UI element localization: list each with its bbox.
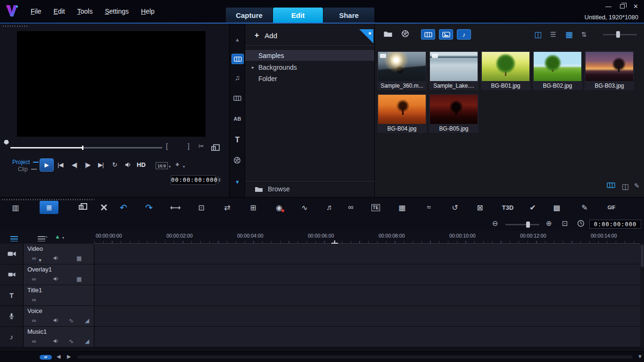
panel-grip[interactable] (3, 25, 27, 27)
scrub-home-marker[interactable] (4, 140, 9, 145)
video-track-content[interactable] (94, 244, 640, 264)
library-folder-folder[interactable]: Folder (245, 73, 374, 84)
graphics-category-icon[interactable] (233, 156, 241, 164)
ripple-edit-button[interactable]: ⇄ (221, 201, 234, 214)
title-category-icon[interactable]: T (230, 136, 245, 144)
toolbar-grip[interactable] (2, 199, 94, 200)
preview-screen[interactable] (17, 31, 206, 137)
link-icon[interactable]: ∞ (32, 296, 36, 303)
overlay-track-type-button[interactable] (0, 264, 24, 285)
menu-settings[interactable]: Settings (99, 8, 135, 15)
instant-project-icon[interactable] (233, 95, 241, 101)
scroll-up-icon[interactable]: ▲ (230, 37, 245, 42)
add-track-icon[interactable]: + (38, 235, 48, 243)
split-pane-icon[interactable]: ◫ (622, 182, 629, 191)
title-track-type-button[interactable]: T (0, 285, 24, 305)
wave-editor-button[interactable]: ≈ (422, 201, 436, 214)
scroll-left-icon[interactable]: ◀ (57, 354, 60, 360)
link-icon[interactable]: ∞ (32, 255, 36, 262)
link-icon[interactable]: ∞ (32, 317, 36, 324)
aspect-ratio-select[interactable]: 16:9 (156, 162, 168, 169)
track-insert-button[interactable]: ⊞ (247, 201, 260, 214)
scroll-right-icon[interactable]: ▶ (67, 354, 71, 360)
enlarge-preview-icon[interactable] (211, 146, 216, 151)
link-clips-button[interactable]: ∞ (344, 201, 357, 214)
pointer-caret-icon[interactable]: ▾ (183, 165, 185, 169)
filter-audio-button[interactable]: ♪ (457, 29, 471, 40)
trim-markers-button[interactable]: ⟷ (169, 201, 182, 214)
timeline-ruler[interactable]: 00:00:00:00 00:00:02:00 00:00:04:00 00:0… (94, 231, 640, 244)
close-button[interactable]: ✕ (633, 3, 638, 10)
multicam-editor-button[interactable]: ▦ (396, 201, 409, 214)
sort-button[interactable]: ⇅ (581, 31, 587, 38)
zoom-slider-handle[interactable] (616, 31, 620, 38)
sound-mixer-button[interactable]: ∿ (298, 201, 311, 214)
screen-capture-button[interactable]: ◉ (272, 201, 286, 214)
horizontal-scroll-track[interactable] (77, 355, 633, 359)
overlay-track-content[interactable] (94, 264, 640, 285)
timeline-view-button[interactable]: ≣ (40, 201, 58, 214)
panes-view-button[interactable]: ◫ (534, 30, 542, 40)
mute-icon[interactable] (53, 276, 59, 282)
split-clip-icon[interactable]: ✂ (198, 142, 204, 150)
music-track-header[interactable]: Music1 ∞ ∿ ◢ (24, 327, 94, 347)
go-home-button[interactable]: |◀ (58, 161, 63, 168)
aspect-caret-icon[interactable]: ▾ (169, 165, 171, 169)
voice-track-header[interactable]: Voice ∞ ∿ ◢ (24, 306, 94, 326)
media-item[interactable]: BG-B04.jpg (377, 94, 427, 133)
voice-track-type-button[interactable] (0, 306, 24, 326)
media-item[interactable]: BG-B05.jpg (429, 94, 479, 133)
timeline-zoom-slider[interactable] (505, 224, 539, 225)
go-end-button[interactable]: ▶| (98, 161, 103, 168)
mute-icon[interactable] (53, 317, 59, 323)
mark-in-button[interactable]: [ (166, 142, 168, 150)
media-category-button[interactable] (231, 54, 244, 64)
mute-icon[interactable] (53, 338, 59, 344)
mark-out-button[interactable]: ] (188, 142, 190, 150)
next-frame-button[interactable]: |▶ (85, 161, 90, 168)
media-item[interactable]: BG-B02.jpg (533, 51, 582, 90)
storyboard-view-button[interactable]: ▥ (9, 201, 22, 214)
list-view-button[interactable]: ☰ (550, 31, 556, 38)
undo-button[interactable]: ↶ (117, 201, 130, 214)
edit-info-icon[interactable]: ✎ (634, 182, 640, 189)
ducking-icon[interactable]: ∿ (69, 317, 74, 324)
vertical-scroll-thumb[interactable] (641, 245, 644, 267)
chapter-caret-icon[interactable]: ▾ (62, 236, 64, 240)
fade-ramp-icon[interactable]: ◢ (85, 338, 89, 345)
mute-icon[interactable] (53, 255, 59, 261)
voice-track-content[interactable] (94, 306, 640, 326)
timeline-zoom-handle[interactable] (526, 222, 530, 228)
video-track-header[interactable]: Video ∞ ▾ ▦ (24, 244, 94, 264)
fit-timeline-icon[interactable]: ⊡ (562, 219, 568, 228)
minimize-button[interactable]: — (605, 3, 611, 10)
scroll-down-icon[interactable]: ▼ (637, 354, 643, 359)
track-manager-icon[interactable] (10, 235, 18, 243)
mask-creator-button[interactable]: ⊠ (473, 201, 487, 214)
clock-icon[interactable] (577, 220, 585, 227)
overlay-track-header[interactable]: Overlay1 ∞ ▦ (24, 264, 94, 285)
3d-title-editor-button[interactable]: T3D (501, 201, 514, 214)
mosaic-icon[interactable]: ▦ (76, 276, 82, 282)
auto-music-button[interactable]: ♬ (323, 201, 337, 214)
clip-mode-label[interactable]: Clip (18, 166, 28, 173)
scrubber-handle[interactable] (82, 146, 83, 150)
pointer-tool-icon[interactable]: ⌖ (175, 160, 179, 169)
preview-timecode[interactable]: 00:00:00:000 ▲ ▼ (171, 175, 216, 185)
ducking-icon[interactable]: ∿ (69, 338, 74, 345)
timeline-timecode[interactable]: 0:00:00:000 (589, 220, 641, 229)
media-item[interactable]: Sample_360.m... (377, 51, 427, 90)
media-item[interactable]: BG-B01.jpg (481, 51, 530, 90)
spin-down-icon[interactable]: ▼ (218, 180, 221, 182)
fit-project-button[interactable]: ⊡ (195, 201, 208, 214)
zoom-out-icon[interactable]: ⊖ (492, 219, 498, 228)
thumbnail-view-button[interactable]: ▦ (565, 30, 573, 40)
customize-tools-button[interactable] (97, 201, 110, 214)
repeat-button[interactable]: ↻ (112, 161, 117, 168)
expand-caret-icon[interactable]: ▸ (252, 65, 254, 70)
media-item[interactable]: Sample_Lake.... (429, 51, 479, 90)
timeline-nav-button[interactable]: ⇄ (40, 355, 52, 360)
fade-ramp-icon[interactable]: ◢ (85, 317, 89, 324)
scroll-down-icon[interactable]: ▼ (230, 179, 245, 185)
project-mode-label[interactable]: Project (12, 159, 30, 165)
